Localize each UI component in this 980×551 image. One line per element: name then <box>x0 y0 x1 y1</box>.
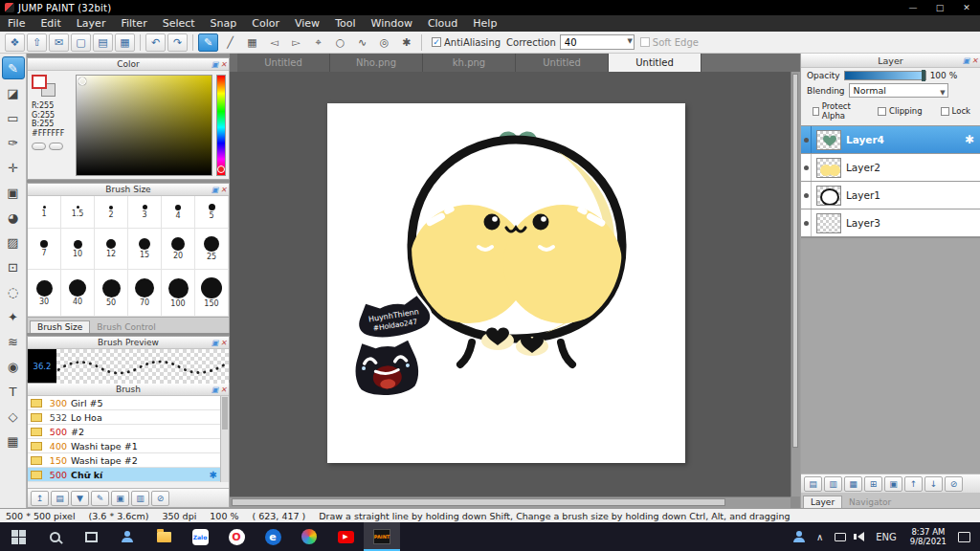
list-icon[interactable]: ▤ <box>93 33 113 52</box>
edge-app-button[interactable]: e <box>255 522 291 551</box>
tool-marquee[interactable]: ▣ <box>2 181 25 204</box>
tool-eraser[interactable]: ◪ <box>2 81 25 104</box>
tool-lasso[interactable]: ◌ <box>2 280 25 303</box>
clipping-checkbox[interactable]: Clipping <box>878 101 923 121</box>
start-button[interactable] <box>0 522 36 551</box>
language-indicator[interactable]: ENG <box>870 522 902 551</box>
brush-size-option[interactable]: 15 <box>128 229 162 270</box>
tool-gradient[interactable]: ▨ <box>2 231 25 253</box>
tab-brush-size[interactable]: Brush Size <box>30 320 90 333</box>
brush-size-option[interactable]: 30 <box>28 270 61 317</box>
correction-input[interactable] <box>560 34 635 50</box>
tool-divide[interactable]: ▦ <box>2 430 25 452</box>
photos-app-button[interactable] <box>291 522 327 551</box>
protect-alpha-checkbox[interactable]: Protect Alpha <box>813 101 859 121</box>
layer-row-layer3[interactable]: Layer3 <box>801 209 980 237</box>
brush-size-option[interactable]: 150 <box>195 270 229 317</box>
add-brush-menu-icon[interactable]: ▼ <box>71 491 89 506</box>
color-picker-cursor[interactable] <box>78 77 86 85</box>
zalo-app-button[interactable]: Zalo <box>182 522 218 551</box>
canvas-viewport[interactable]: HuynhThienn #Holdao247 <box>230 72 791 496</box>
close-icon[interactable] <box>971 55 978 65</box>
move-layer-up-icon[interactable]: ↑ <box>904 476 923 492</box>
color-swatches[interactable] <box>32 75 60 99</box>
tab-brush-control[interactable]: Brush Control <box>90 321 162 333</box>
tool-smudge[interactable]: ≋ <box>2 330 25 353</box>
taskbar-clock[interactable]: 8:37 AM 9/8/2021 <box>902 527 954 546</box>
duplicate-layer-icon[interactable]: ▥ <box>824 476 842 492</box>
notification-center-icon[interactable] <box>958 532 970 542</box>
tool-pen[interactable]: ✑ <box>2 131 25 154</box>
edit-brush-icon[interactable]: ✎ <box>91 491 109 506</box>
tool-text[interactable]: T <box>2 380 25 403</box>
drawing-canvas[interactable]: HuynhThienn #Holdao247 <box>327 103 685 463</box>
straight-line-icon[interactable]: ╱ <box>220 33 240 52</box>
opacity-slider[interactable] <box>844 71 926 80</box>
tool-bucket-fill[interactable]: ◕ <box>2 206 25 229</box>
brush-size-option[interactable]: 7 <box>28 229 61 270</box>
brush-size-option[interactable]: 10 <box>61 229 95 270</box>
brush-size-option[interactable]: 4 <box>162 196 195 229</box>
brush-size-option[interactable]: 20 <box>162 229 195 270</box>
brush-item[interactable]: 150Washi tape #2 <box>28 453 229 468</box>
correction-dropdown[interactable]: ▼ <box>560 34 635 50</box>
layer-settings-gear-icon[interactable]: ✱ <box>965 133 974 146</box>
menu-layer[interactable]: Layer <box>69 15 114 32</box>
brush-size-option[interactable]: 40 <box>61 270 95 317</box>
move-layer-down-icon[interactable]: ↓ <box>924 476 943 492</box>
delete-layer-icon[interactable]: ⊘ <box>945 476 963 492</box>
brush-size-option[interactable]: 1 <box>28 196 61 229</box>
saturation-value-picker[interactable] <box>76 75 212 176</box>
taskbar-search-button[interactable] <box>36 522 73 551</box>
layer-visibility-toggle[interactable] <box>801 209 812 236</box>
maximize-button[interactable]: □ <box>926 0 953 15</box>
popout-icon[interactable] <box>212 385 219 394</box>
redo-button[interactable]: ↷ <box>167 33 188 52</box>
brush-size-option[interactable]: 1.5 <box>61 196 95 229</box>
brush-list-scrollbar[interactable] <box>220 396 229 482</box>
video-app-button[interactable]: ▶ <box>327 522 364 551</box>
grid-icon[interactable]: ▦ <box>115 33 135 52</box>
close-icon[interactable] <box>220 385 227 394</box>
add-brush-icon[interactable]: ▤ <box>51 491 69 506</box>
menu-color[interactable]: Color <box>244 15 287 32</box>
brush-item[interactable]: 500#2 <box>28 425 229 439</box>
layer-visibility-toggle[interactable] <box>801 154 812 181</box>
brush-size-option[interactable]: 100 <box>162 270 195 317</box>
tool-magic-wand[interactable]: ✦ <box>2 305 25 328</box>
grid-snap-icon[interactable]: ▦ <box>242 33 262 52</box>
brush-size-option[interactable]: 3 <box>128 196 162 229</box>
cross-snap-icon[interactable]: ⌖ <box>308 33 328 52</box>
brush-settings-gear-icon[interactable]: ✱ <box>210 470 217 480</box>
tool-select-dotted[interactable]: ⊡ <box>2 255 25 278</box>
doc-tab-untitled-active[interactable]: Untitled <box>609 54 702 72</box>
circle-snap-icon[interactable]: ○ <box>330 33 350 52</box>
close-icon[interactable] <box>220 338 227 347</box>
menu-cloud[interactable]: Cloud <box>420 15 465 32</box>
doc-tab-nho-png[interactable]: Nho.png <box>330 54 423 72</box>
lock-checkbox[interactable]: Lock <box>941 101 970 121</box>
jump-paint-app-button[interactable]: PAINT <box>364 522 400 551</box>
antialiasing-checkbox[interactable]: ✓ AntiAliasing <box>432 37 501 48</box>
file-explorer-button[interactable] <box>145 522 182 551</box>
screen-icon[interactable]: ▢ <box>71 33 91 52</box>
menu-view[interactable]: View <box>287 15 327 32</box>
foreground-color-swatch[interactable] <box>32 75 47 89</box>
add-layer-icon[interactable]: ▤ <box>804 476 822 492</box>
soft-edge-checkbox[interactable]: Soft Edge <box>640 37 699 48</box>
perspective-right-icon[interactable]: ▻ <box>286 33 306 52</box>
menu-snap[interactable]: Snap <box>203 15 245 32</box>
tool-eyedropper[interactable]: ◉ <box>2 355 25 378</box>
blending-dropdown[interactable]: Normal ▼ <box>849 83 948 98</box>
palette-toggle-button[interactable] <box>32 143 46 150</box>
brush-item[interactable]: 532Lo Hoa <box>28 410 229 425</box>
opera-app-button[interactable]: O <box>218 522 255 551</box>
menu-help[interactable]: Help <box>465 15 504 32</box>
brush-item[interactable]: 300Girl #5 <box>28 396 229 410</box>
task-view-button[interactable] <box>73 522 109 551</box>
popout-icon[interactable] <box>212 59 219 69</box>
popout-icon[interactable] <box>212 338 219 347</box>
brush-size-option[interactable]: 25 <box>195 229 229 270</box>
opacity-slider-handle[interactable] <box>922 70 925 81</box>
brush-size-option[interactable]: 50 <box>95 270 128 317</box>
